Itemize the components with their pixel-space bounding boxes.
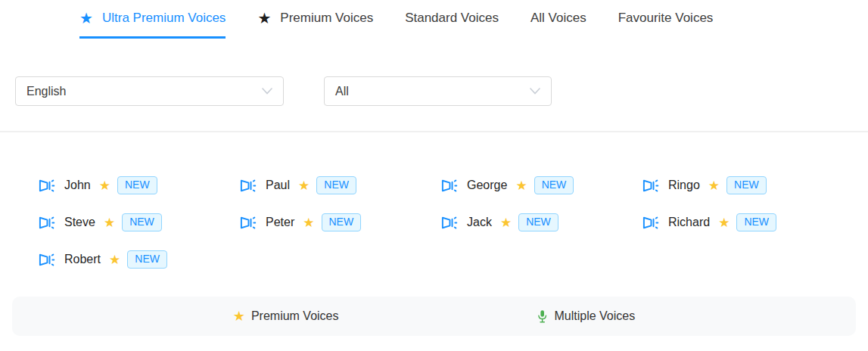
legend-premium-voices: ★ Premium Voices xyxy=(233,309,339,323)
tab-all-voices[interactable]: All Voices xyxy=(530,11,586,39)
new-badge: NEW xyxy=(534,176,574,194)
premium-star-icon: ★ xyxy=(303,216,314,229)
legend-multiple-voices: Multiple Voices xyxy=(536,309,636,324)
new-badge: NEW xyxy=(736,213,776,231)
tab-label: Standard Voices xyxy=(405,11,499,26)
voice-item[interactable]: Ringo ★ NEW xyxy=(642,176,843,195)
star-icon: ★ xyxy=(257,11,271,26)
legend-label: Multiple Voices xyxy=(555,309,636,323)
new-badge: NEW xyxy=(726,176,767,194)
premium-star-icon: ★ xyxy=(109,253,120,266)
voice-name: Ringo xyxy=(668,179,700,192)
voice-grid: John ★ NEW Paul ★ NEW Ge xyxy=(38,176,843,269)
voice-item[interactable]: Steve ★ NEW xyxy=(38,213,239,232)
language-select-value: English xyxy=(26,85,66,98)
speaker-icon[interactable] xyxy=(440,177,458,194)
speaker-icon[interactable] xyxy=(642,177,659,194)
tab-ultra-premium-voices[interactable]: ★ Ultra Premium Voices xyxy=(79,11,226,39)
voice-name: Peter xyxy=(266,216,294,229)
voice-item[interactable]: John ★ NEW xyxy=(38,176,239,195)
premium-star-icon: ★ xyxy=(500,216,512,229)
premium-star-icon: ★ xyxy=(104,216,115,229)
premium-star-icon: ★ xyxy=(298,179,310,192)
voice-item[interactable]: George ★ NEW xyxy=(440,176,642,195)
new-badge: NEW xyxy=(122,213,162,231)
tab-label: Favourite Voices xyxy=(618,11,714,26)
tab-label: Ultra Premium Voices xyxy=(102,11,226,26)
speaker-icon[interactable] xyxy=(239,214,257,231)
premium-star-icon: ★ xyxy=(515,179,527,192)
premium-star-icon: ★ xyxy=(718,216,730,229)
speaker-icon[interactable] xyxy=(642,214,659,231)
speaker-icon[interactable] xyxy=(38,177,55,194)
tab-standard-voices[interactable]: Standard Voices xyxy=(405,11,499,39)
star-icon: ★ xyxy=(233,309,245,323)
speaker-icon[interactable] xyxy=(38,251,55,269)
premium-star-icon: ★ xyxy=(99,179,110,192)
voice-name: Steve xyxy=(64,216,95,229)
voice-type-tabs: ★ Ultra Premium Voices ★ Premium Voices … xyxy=(0,0,868,39)
voice-name: Richard xyxy=(668,216,710,229)
category-select[interactable]: All xyxy=(324,76,552,106)
chevron-down-icon xyxy=(530,88,540,95)
tab-favourite-voices[interactable]: Favourite Voices xyxy=(618,11,714,39)
new-badge: NEW xyxy=(316,176,356,194)
new-badge: NEW xyxy=(127,250,167,269)
filter-bar: English All xyxy=(0,39,868,106)
voice-name: Robert xyxy=(64,253,101,266)
voice-name: George xyxy=(467,179,507,192)
category-select-value: All xyxy=(335,85,349,98)
chevron-down-icon xyxy=(262,88,272,95)
new-badge: NEW xyxy=(322,213,362,231)
legend-bar: ★ Premium Voices Multiple Voices xyxy=(12,297,856,336)
divider xyxy=(0,131,868,132)
tab-label: Premium Voices xyxy=(280,11,373,26)
speaker-icon[interactable] xyxy=(440,214,458,231)
voice-item[interactable]: Robert ★ NEW xyxy=(38,250,239,269)
voice-name: Paul xyxy=(266,179,290,192)
voice-item[interactable]: Peter ★ NEW xyxy=(239,213,440,232)
legend-label: Premium Voices xyxy=(251,309,339,323)
tab-premium-voices[interactable]: ★ Premium Voices xyxy=(257,11,373,39)
language-select[interactable]: English xyxy=(15,76,284,106)
voice-item[interactable]: Jack ★ NEW xyxy=(440,213,642,232)
tab-label: All Voices xyxy=(530,11,586,26)
speaker-icon[interactable] xyxy=(239,177,257,194)
premium-star-icon: ★ xyxy=(708,179,720,192)
new-badge: NEW xyxy=(518,213,558,231)
voice-name: John xyxy=(64,179,91,192)
microphone-icon xyxy=(536,309,549,324)
voice-item[interactable]: Richard ★ NEW xyxy=(642,213,843,232)
star-icon: ★ xyxy=(79,11,93,26)
voice-name: Jack xyxy=(467,216,492,229)
speaker-icon[interactable] xyxy=(38,214,55,231)
new-badge: NEW xyxy=(117,176,157,194)
voice-item[interactable]: Paul ★ NEW xyxy=(239,176,440,195)
